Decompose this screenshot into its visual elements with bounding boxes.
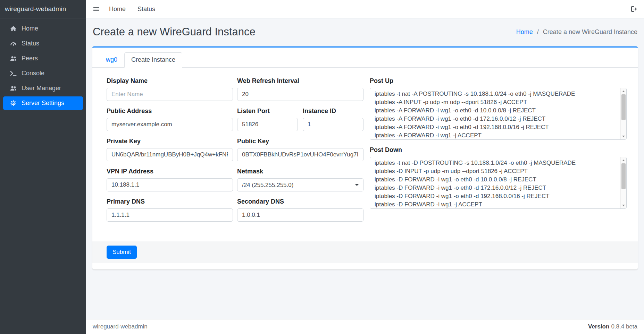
submit-button[interactable]: Submit bbox=[107, 246, 137, 259]
vpn-ip-input[interactable] bbox=[107, 178, 233, 191]
web-refresh-group: Web Refresh Interval bbox=[237, 77, 363, 101]
footer-brand: wireguard-webadmin bbox=[93, 323, 148, 330]
post-up-textarea[interactable]: iptables -t nat -A POSTROUTING -s 10.188… bbox=[370, 88, 627, 140]
netmask-label: Netmask bbox=[237, 168, 363, 175]
display-name-input[interactable] bbox=[107, 88, 233, 101]
instance-id-group: Instance ID bbox=[303, 108, 363, 131]
sidebar-item-label: Peers bbox=[22, 55, 38, 62]
users-icon bbox=[9, 85, 18, 92]
post-up-label: Post Up bbox=[370, 77, 627, 85]
web-refresh-label: Web Refresh Interval bbox=[237, 77, 363, 85]
scroll-up-arrow-icon[interactable] bbox=[621, 157, 626, 163]
scroll-up-arrow-icon[interactable] bbox=[621, 88, 626, 94]
app: wireguard-webadmin Home Status Peers bbox=[0, 0, 644, 334]
sidebar-item-label: Server Settings bbox=[22, 100, 64, 107]
display-name-label: Display Name bbox=[107, 77, 233, 85]
web-refresh-input[interactable] bbox=[237, 88, 363, 101]
card-tabs: wg0 Create Instance bbox=[92, 48, 638, 68]
post-down-textarea[interactable]: iptables -t nat -D POSTROUTING -s 10.188… bbox=[370, 157, 627, 209]
brand-text: wireguard-webadmin bbox=[5, 5, 66, 13]
public-address-group: Public Address bbox=[107, 108, 233, 131]
console-icon bbox=[9, 70, 18, 77]
primary-dns-group: Primary DNS bbox=[107, 198, 233, 222]
sidebar-item-peers[interactable]: Peers bbox=[3, 52, 83, 65]
private-key-label: Private Key bbox=[107, 138, 233, 145]
post-down-group: Post Down iptables -t nat -D POSTROUTING… bbox=[370, 146, 627, 209]
netmask-group: Netmask /24 (255.255.255.0) bbox=[237, 168, 363, 191]
sidebar-item-server-settings[interactable]: Server Settings bbox=[3, 96, 83, 110]
sidebar-item-console[interactable]: Console bbox=[3, 67, 83, 80]
vpn-ip-label: VPN IP Address bbox=[107, 168, 233, 175]
content-header: Create a new WireGuard Instance Home / C… bbox=[86, 18, 644, 46]
post-up-group: Post Up iptables -t nat -A POSTROUTING -… bbox=[370, 77, 627, 140]
breadcrumb-separator: / bbox=[537, 28, 539, 35]
netmask-select[interactable]: /24 (255.255.255.0) bbox=[237, 178, 363, 191]
card-footer: Submit bbox=[92, 241, 638, 263]
footer-version-value: 0.8.4 beta bbox=[611, 323, 637, 330]
status-icon bbox=[9, 40, 18, 47]
vpn-ip-group: VPN IP Address bbox=[107, 168, 233, 191]
display-name-group: Display Name bbox=[107, 77, 233, 101]
gears-icon bbox=[9, 100, 18, 107]
brand-link[interactable]: wireguard-webadmin bbox=[0, 0, 86, 18]
public-key-label: Public Key bbox=[237, 138, 363, 145]
tab-create-instance[interactable]: Create Instance bbox=[124, 52, 182, 68]
tab-wg0[interactable]: wg0 bbox=[99, 52, 124, 68]
peers-icon bbox=[9, 55, 18, 62]
post-up-wrap: iptables -t nat -A POSTROUTING -s 10.188… bbox=[370, 88, 627, 140]
post-down-label: Post Down bbox=[370, 146, 627, 154]
sidebar-item-home[interactable]: Home bbox=[3, 22, 83, 35]
footer-version: Version0.8.4 beta bbox=[588, 323, 637, 330]
top-navbar: Home Status bbox=[86, 0, 644, 18]
main-area: Home Status Create a new WireGuard Insta… bbox=[86, 0, 644, 334]
footer-version-label: Version bbox=[588, 323, 609, 330]
primary-dns-input[interactable] bbox=[107, 208, 233, 222]
logout-icon[interactable] bbox=[630, 6, 637, 12]
breadcrumb-current: Create a new WireGuard Instance bbox=[543, 28, 637, 35]
primary-dns-label: Primary DNS bbox=[107, 198, 233, 205]
sidebar-item-label: Home bbox=[22, 25, 38, 32]
navbar-link-home[interactable]: Home bbox=[103, 6, 132, 13]
instance-id-input[interactable] bbox=[303, 118, 363, 131]
sidebar-item-user-manager[interactable]: User Manager bbox=[3, 82, 83, 95]
card-body: Display Name Public Address Private Key bbox=[92, 68, 638, 239]
page-title: Create a new WireGuard Instance bbox=[93, 26, 256, 38]
scroll-down-arrow-icon[interactable] bbox=[621, 134, 626, 139]
post-down-scrollbar[interactable] bbox=[620, 157, 626, 208]
instance-form: Display Name Public Address Private Key bbox=[107, 77, 627, 228]
secondary-dns-input[interactable] bbox=[237, 208, 363, 222]
scrollbar-thumb[interactable] bbox=[621, 163, 626, 189]
public-address-label: Public Address bbox=[107, 108, 233, 115]
scrollbar-thumb[interactable] bbox=[621, 94, 626, 120]
breadcrumb-home-link[interactable]: Home bbox=[516, 28, 533, 35]
secondary-dns-label: Secondary DNS bbox=[237, 198, 363, 205]
netmask-select-wrap: /24 (255.255.255.0) bbox=[237, 178, 363, 191]
form-column-1: Display Name Public Address Private Key bbox=[107, 77, 233, 228]
sidebar-item-label: User Manager bbox=[22, 85, 61, 92]
post-down-wrap: iptables -t nat -D POSTROUTING -s 10.188… bbox=[370, 157, 627, 209]
post-up-scrollbar[interactable] bbox=[620, 88, 626, 139]
content: Create a new WireGuard Instance Home / C… bbox=[86, 18, 644, 319]
secondary-dns-group: Secondary DNS bbox=[237, 198, 363, 222]
sidebar-nav: Home Status Peers Console bbox=[0, 18, 86, 111]
navbar-link-status[interactable]: Status bbox=[132, 6, 161, 13]
form-column-2: Web Refresh Interval Listen Port bbox=[237, 77, 363, 228]
public-key-input[interactable] bbox=[237, 148, 363, 161]
private-key-input[interactable] bbox=[107, 148, 233, 161]
public-key-group: Public Key bbox=[237, 138, 363, 161]
listen-port-group: Listen Port bbox=[237, 108, 298, 131]
public-address-input[interactable] bbox=[107, 118, 233, 131]
sidebar-item-label: Console bbox=[22, 70, 44, 77]
page-footer: wireguard-webadmin Version0.8.4 beta bbox=[86, 319, 644, 334]
scroll-down-arrow-icon[interactable] bbox=[621, 203, 626, 208]
breadcrumb: Home / Create a new WireGuard Instance bbox=[516, 28, 637, 36]
sidebar-item-status[interactable]: Status bbox=[3, 37, 83, 50]
hamburger-icon[interactable] bbox=[93, 6, 100, 12]
card-bottom-padding bbox=[92, 263, 638, 269]
instance-id-label: Instance ID bbox=[303, 108, 363, 115]
form-column-3: Post Up iptables -t nat -A POSTROUTING -… bbox=[370, 77, 627, 215]
private-key-group: Private Key bbox=[107, 138, 233, 161]
listen-port-input[interactable] bbox=[237, 118, 298, 131]
port-instance-row: Listen Port Instance ID bbox=[237, 108, 363, 131]
sidebar: wireguard-webadmin Home Status Peers bbox=[0, 0, 86, 334]
